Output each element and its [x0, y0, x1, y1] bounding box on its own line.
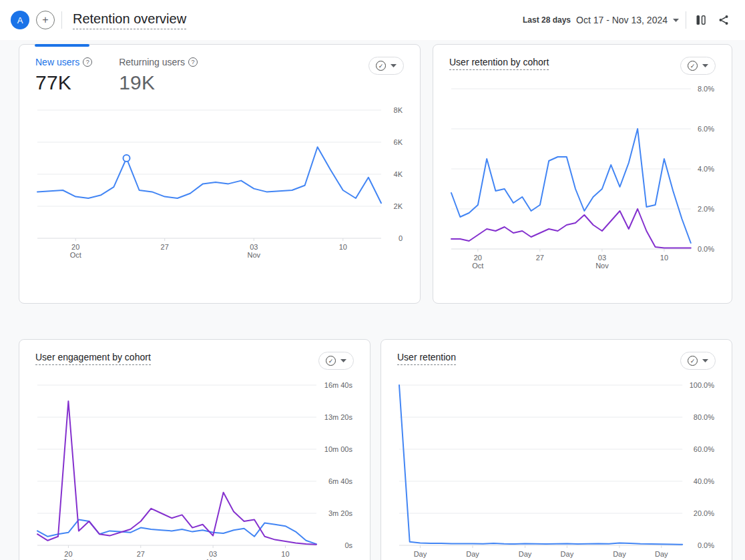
svg-text:27: 27	[161, 243, 169, 251]
svg-text:20: 20	[71, 243, 79, 251]
svg-text:4.0%: 4.0%	[698, 165, 714, 173]
chevron-down-icon	[702, 359, 708, 362]
svg-text:03: 03	[598, 254, 606, 262]
svg-text:0.0%: 0.0%	[698, 245, 714, 253]
svg-text:2K: 2K	[394, 202, 403, 210]
card-title[interactable]: User engagement by cohort	[35, 352, 151, 365]
svg-text:10: 10	[281, 550, 289, 558]
svg-text:Oct: Oct	[472, 262, 483, 269]
comparison-bars-icon	[696, 15, 706, 25]
retention-overview-page: A + Retention overview Last 28 days Oct …	[0, 0, 745, 560]
data-quality-button[interactable]: ✓	[318, 352, 354, 370]
report-content: New users ? 77K Returning users ? 19K	[0, 40, 745, 560]
svg-text:8.0%: 8.0%	[698, 85, 714, 93]
svg-text:Day: Day	[613, 550, 626, 558]
svg-text:60.0%: 60.0%	[694, 445, 714, 453]
data-quality-button[interactable]: ✓	[368, 57, 404, 75]
card-user-retention: User retention ✓ 0.0%20.0%40.0%60.0%80.0…	[381, 339, 732, 560]
metric-tabs: New users ? 77K Returning users ? 19K	[35, 57, 198, 94]
check-circle-icon: ✓	[376, 61, 386, 71]
svg-text:6.0%: 6.0%	[698, 125, 714, 133]
svg-text:0s: 0s	[344, 541, 352, 549]
header: A + Retention overview Last 28 days Oct …	[0, 0, 745, 40]
chevron-down-icon	[702, 64, 708, 67]
card-users-overview: New users ? 77K Returning users ? 19K	[19, 44, 421, 304]
check-circle-icon: ✓	[688, 356, 698, 366]
help-icon[interactable]: ?	[188, 57, 198, 67]
svg-text:10m 00s: 10m 00s	[324, 445, 353, 453]
edit-comparisons-button[interactable]	[693, 12, 709, 28]
svg-text:40.0%: 40.0%	[694, 477, 714, 485]
date-range-value: Oct 17 - Nov 13, 2024	[576, 15, 668, 25]
svg-text:Day: Day	[561, 550, 574, 558]
svg-text:20: 20	[474, 254, 482, 262]
svg-text:16m 40s: 16m 40s	[324, 381, 353, 389]
metric-value: 19K	[119, 71, 198, 94]
card-user-retention-by-cohort: User retention by cohort ✓ 0.0%2.0%4.0%6…	[433, 44, 732, 304]
divider	[61, 11, 62, 29]
svg-text:20: 20	[64, 550, 72, 558]
data-quality-button[interactable]: ✓	[680, 352, 716, 370]
chevron-down-icon	[340, 359, 346, 362]
svg-text:8K: 8K	[394, 106, 403, 114]
help-icon[interactable]: ?	[83, 57, 92, 67]
share-icon	[718, 15, 729, 25]
svg-text:Day: Day	[414, 550, 427, 558]
svg-text:100.0%: 100.0%	[690, 381, 715, 389]
share-button[interactable]	[716, 12, 732, 28]
new-users-chart[interactable]: 02K4K6K8K20Oct2703Nov10	[35, 103, 404, 258]
date-preset-label: Last 28 days	[523, 15, 571, 25]
metric-value: 77K	[35, 71, 92, 94]
svg-text:10: 10	[660, 254, 668, 262]
user-retention-chart[interactable]: 0.0%20.0%40.0%60.0%80.0%100.0%DayDayDayD…	[397, 378, 716, 560]
divider	[686, 11, 686, 29]
card-title[interactable]: User retention	[397, 352, 456, 365]
user-engagement-by-cohort-chart[interactable]: 0s3m 20s6m 40s10m 00s13m 20s16m 40s20Oct…	[35, 378, 354, 560]
svg-text:27: 27	[137, 550, 145, 558]
svg-text:80.0%: 80.0%	[694, 413, 714, 421]
page-title[interactable]: Retention overview	[73, 11, 186, 29]
svg-text:Day: Day	[466, 550, 479, 558]
card-user-engagement-by-cohort: User engagement by cohort ✓ 0s3m 20s6m 4…	[19, 339, 370, 560]
card-title[interactable]: User retention by cohort	[449, 57, 549, 70]
svg-text:0: 0	[399, 234, 403, 242]
svg-text:Oct: Oct	[70, 251, 81, 258]
svg-text:10: 10	[339, 243, 347, 251]
svg-text:20.0%: 20.0%	[694, 509, 714, 517]
svg-text:Day: Day	[655, 550, 668, 558]
metric-label: Returning users	[119, 57, 185, 67]
check-circle-icon: ✓	[688, 61, 698, 71]
svg-text:27: 27	[536, 254, 544, 262]
metric-label: New users	[35, 57, 79, 67]
add-comparison-button[interactable]: +	[36, 11, 55, 29]
svg-text:3m 20s: 3m 20s	[328, 509, 353, 517]
svg-text:03: 03	[209, 550, 217, 558]
user-retention-by-cohort-chart[interactable]: 0.0%2.0%4.0%6.0%8.0%20Oct2703Nov10	[449, 82, 716, 269]
svg-text:Day: Day	[519, 550, 532, 558]
svg-text:2.0%: 2.0%	[698, 205, 714, 213]
svg-text:Nov: Nov	[595, 262, 609, 269]
svg-text:6K: 6K	[394, 138, 403, 146]
svg-text:13m 20s: 13m 20s	[324, 413, 353, 421]
svg-text:6m 40s: 6m 40s	[328, 477, 353, 485]
check-circle-icon: ✓	[326, 356, 336, 366]
chevron-down-icon	[673, 19, 679, 22]
svg-text:4K: 4K	[394, 170, 403, 178]
tab-returning-users[interactable]: Returning users ? 19K	[119, 57, 198, 94]
date-range-picker[interactable]: Last 28 days Oct 17 - Nov 13, 2024	[523, 15, 679, 25]
plus-icon: +	[42, 15, 48, 25]
chevron-down-icon	[391, 64, 397, 67]
active-tab-indicator	[35, 44, 89, 47]
tab-new-users[interactable]: New users ? 77K	[35, 57, 92, 94]
avatar[interactable]: A	[11, 11, 29, 29]
svg-text:03: 03	[250, 243, 258, 251]
svg-text:Nov: Nov	[247, 251, 260, 258]
svg-text:0.0%: 0.0%	[698, 541, 714, 549]
data-quality-button[interactable]: ✓	[680, 57, 716, 75]
